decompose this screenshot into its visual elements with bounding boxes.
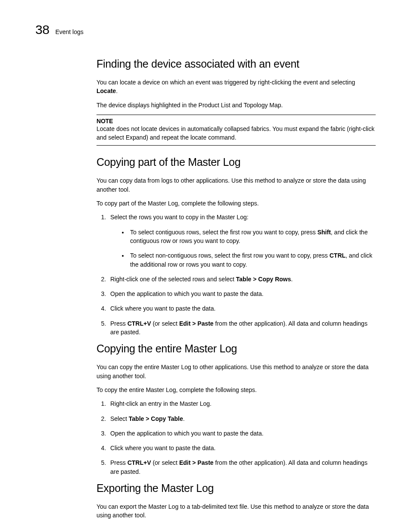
finding-paragraph-2: The device displays highlighted in the P… xyxy=(97,101,376,109)
copy-entire-intro-2: To copy the entire Master Log, complete … xyxy=(97,386,376,394)
header-section-title: Event logs xyxy=(55,28,83,35)
text-fragment: To select non-contiguous rows, select th… xyxy=(130,252,330,259)
running-header: 38 Event logs xyxy=(35,22,376,37)
copy-part-intro-1: You can copy data from logs to other app… xyxy=(97,176,376,194)
locate-command-label: Locate xyxy=(97,87,116,94)
text-fragment: Select the rows you want to copy in the … xyxy=(110,214,249,221)
heading-copy-entire: Copying the entire Master Log xyxy=(97,342,376,355)
ctrl-key-label: CTRL xyxy=(330,252,346,259)
text-fragment: You can locate a device on which an even… xyxy=(97,79,355,86)
list-item: Right-click one of the selected rows and… xyxy=(108,275,376,283)
menu-path-label: Table > Copy Rows xyxy=(236,276,291,283)
list-item: Open the application to which you want t… xyxy=(108,429,376,438)
text-fragment: . xyxy=(291,276,293,283)
text-fragment: . xyxy=(183,415,185,422)
page-container: 38 Event logs Finding the device associa… xyxy=(0,0,411,532)
list-item: To select non-contiguous rows, select th… xyxy=(128,251,376,269)
list-item: Press CTRL+V (or select Edit > Paste fro… xyxy=(108,319,376,337)
text-fragment: To select contiguous rows, select the fi… xyxy=(130,229,318,236)
exporting-intro-1: You can export the Master Log to a tab-d… xyxy=(97,502,376,520)
finding-paragraph-1: You can locate a device on which an even… xyxy=(97,78,376,96)
copy-entire-steps: Right-click an entry in the Master Log. … xyxy=(97,399,376,476)
note-box: NOTE Locate does not locate devices in a… xyxy=(97,115,376,146)
text-fragment: (or select xyxy=(151,459,179,466)
content-area: Finding the device associated with an ev… xyxy=(97,58,376,520)
heading-exporting: Exporting the Master Log xyxy=(97,482,376,495)
list-item: Open the application to which you want t… xyxy=(108,289,376,298)
note-label: NOTE xyxy=(97,118,376,124)
text-fragment: Select xyxy=(110,415,129,422)
list-item: Click where you want to paste the data. xyxy=(108,444,376,452)
list-item: Select Table > Copy Table. xyxy=(108,414,376,423)
text-fragment: . xyxy=(116,87,118,94)
menu-path-label: Table > Copy Table xyxy=(129,415,183,422)
copy-part-sub-bullets: To select contiguous rows, select the fi… xyxy=(110,228,376,269)
note-text: Locate does not locate devices in automa… xyxy=(97,124,376,142)
text-fragment: Right-click one of the selected rows and… xyxy=(110,276,236,283)
menu-path-label: Edit > Paste xyxy=(179,320,214,327)
menu-path-label: Edit > Paste xyxy=(179,459,214,466)
heading-finding-device: Finding the device associated with an ev… xyxy=(97,58,376,70)
page-number: 38 xyxy=(35,22,49,37)
list-item: Right-click an entry in the Master Log. xyxy=(108,399,376,408)
text-fragment: (or select xyxy=(151,320,179,327)
copy-part-steps: Select the rows you want to copy in the … xyxy=(97,213,376,336)
text-fragment: Press xyxy=(110,459,128,466)
shift-key-label: Shift xyxy=(318,229,331,236)
shortcut-label: CTRL+V xyxy=(128,320,151,327)
list-item: Click where you want to paste the data. xyxy=(108,304,376,313)
list-item: Select the rows you want to copy in the … xyxy=(108,213,376,268)
shortcut-label: CTRL+V xyxy=(128,459,151,466)
list-item: To select contiguous rows, select the fi… xyxy=(128,228,376,246)
copy-part-intro-2: To copy part of the Master Log, complete… xyxy=(97,199,376,208)
copy-entire-intro-1: You can copy the entire Master Log to ot… xyxy=(97,363,376,380)
heading-copy-part: Copying part of the Master Log xyxy=(97,156,376,168)
text-fragment: Press xyxy=(110,320,128,327)
list-item: Press CTRL+V (or select Edit > Paste fro… xyxy=(108,458,376,476)
